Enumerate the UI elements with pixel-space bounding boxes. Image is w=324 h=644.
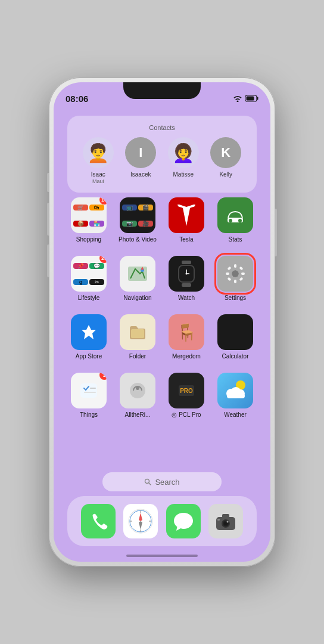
svg-rect-23 <box>239 277 243 281</box>
phone-handset-icon <box>88 511 108 531</box>
app-tesla[interactable]: Tesla <box>165 197 208 251</box>
dock-phone[interactable] <box>81 504 116 538</box>
app-label-weather: Weather <box>224 411 247 418</box>
contact-isaac[interactable]: 🧑‍🦱 Isaac Maui <box>80 137 117 184</box>
search-bar[interactable]: Search <box>102 472 222 491</box>
settings-gear-icon <box>224 262 247 285</box>
pcl-pro-logo-icon: PRO <box>175 379 198 402</box>
app-navigation[interactable]: Navigation <box>116 256 159 309</box>
weather-sun-cloud-icon <box>220 376 250 405</box>
app-calculator[interactable]: Calculator <box>214 314 257 368</box>
volume-down-button <box>47 244 49 277</box>
contact-matisse[interactable]: 👩‍🦱 Matisse <box>165 137 202 178</box>
contact-name-kelly: Kelly <box>219 171 232 178</box>
app-label-folder: Folder <box>129 353 146 360</box>
svg-rect-37 <box>227 394 245 398</box>
battery-icon <box>245 95 258 102</box>
svg-rect-2 <box>257 97 258 100</box>
screen-content: Contacts 🧑‍🦱 Isaac Maui I Isaacek <box>54 82 270 562</box>
app-icon-mergedom: 🪑 <box>169 314 204 350</box>
app-icon-things: 3 <box>71 373 107 408</box>
contacts-widget-label: Contacts <box>77 124 247 131</box>
contact-isaacek[interactable]: I Isaacek <box>122 137 159 178</box>
contact-avatar-matisse: 👩‍🦱 <box>168 137 199 168</box>
app-label-photo-video: Photo & Video <box>119 236 157 243</box>
app-app-store[interactable]: App Store <box>67 314 110 368</box>
app-store-logo-icon <box>78 321 99 343</box>
svg-rect-19 <box>241 273 245 275</box>
mute-button <box>47 173 49 192</box>
app-grid: 🛒 🛍 📦 🏪 13 Shopping 📺 🎬 📷 🎥 <box>67 197 257 426</box>
app-label-mergedom: Mergedom <box>172 353 201 360</box>
dock-icon-camera <box>208 504 243 538</box>
search-icon <box>144 478 151 485</box>
contact-subtitle-isaac: Maui <box>92 178 104 184</box>
things-checklist-icon <box>77 379 101 402</box>
svg-rect-25 <box>131 329 144 338</box>
badge-lifestyle: 21 <box>99 256 107 263</box>
contact-kelly[interactable]: K Kelly <box>207 137 244 178</box>
svg-line-39 <box>149 483 151 485</box>
contact-name-isaacek: Isaacek <box>130 171 151 178</box>
app-shopping[interactable]: 🛒 🛍 📦 🏪 13 Shopping <box>67 197 110 251</box>
app-icon-shopping: 🛒 🛍 📦 🏪 13 <box>71 197 107 233</box>
contacts-widget: Contacts 🧑‍🦱 Isaac Maui I Isaacek <box>67 116 257 193</box>
app-label-lifestyle: Lifestyle <box>78 295 100 301</box>
stats-car-icon <box>225 205 246 226</box>
app-lifestyle[interactable]: 📌 💬 g ✂ 21 Lifestyle <box>67 256 110 309</box>
notch <box>123 82 201 99</box>
app-mergedom[interactable]: 🪑 Mergedom <box>165 314 208 368</box>
svg-point-29 <box>130 383 145 398</box>
power-button <box>275 209 277 256</box>
app-icon-weather <box>217 373 253 408</box>
contact-avatar-kelly: K <box>210 137 241 168</box>
app-label-alltheri: AlltheRi... <box>125 411 151 418</box>
svg-point-53 <box>227 521 229 523</box>
app-stats[interactable]: Stats <box>214 197 257 251</box>
dock <box>67 496 257 546</box>
svg-point-24 <box>232 270 239 277</box>
app-icon-photo-video: 📺 🎬 📷 🎥 <box>120 197 155 233</box>
svg-point-30 <box>136 386 139 390</box>
safari-compass-icon <box>127 508 154 534</box>
svg-text:PRO: PRO <box>180 388 193 394</box>
navigation-map-icon <box>126 262 149 286</box>
alltheri-logo-icon <box>126 379 149 402</box>
svg-rect-22 <box>227 277 231 281</box>
dock-safari[interactable] <box>123 504 158 538</box>
contact-avatar-isaacek: I <box>125 137 156 168</box>
svg-rect-9 <box>182 283 191 287</box>
dock-icon-phone <box>81 504 116 538</box>
svg-rect-8 <box>182 261 191 264</box>
contact-avatar-isaac: 🧑‍🦱 <box>83 137 114 168</box>
dock-messages[interactable] <box>166 504 201 538</box>
svg-rect-26 <box>80 383 97 398</box>
app-label-navigation: Navigation <box>123 295 151 301</box>
app-weather[interactable]: Weather <box>214 373 257 426</box>
svg-rect-20 <box>227 266 231 270</box>
folder-icon <box>126 321 149 343</box>
status-time: 08:06 <box>66 94 88 104</box>
dock-camera[interactable] <box>208 504 243 538</box>
app-alltheri[interactable]: AlltheRi... <box>116 373 159 426</box>
app-watch[interactable]: Watch <box>165 256 208 309</box>
app-icon-navigation <box>120 256 155 292</box>
app-folder[interactable]: Folder <box>116 314 159 368</box>
app-pcl-pro[interactable]: PRO ◎ PCL Pro <box>165 373 208 426</box>
camera-body-icon <box>215 511 236 531</box>
svg-rect-16 <box>234 264 236 268</box>
svg-rect-17 <box>234 280 236 283</box>
app-photo-video[interactable]: 📺 🎬 📷 🎥 Photo & Video <box>116 197 159 251</box>
app-settings[interactable]: Settings <box>214 256 257 309</box>
dock-icon-messages <box>166 504 201 538</box>
app-icon-settings <box>217 256 253 292</box>
app-label-settings: Settings <box>225 295 246 301</box>
tesla-logo-icon <box>177 203 196 227</box>
messages-bubble-icon <box>173 510 194 532</box>
search-placeholder: Search <box>155 478 179 487</box>
app-label-shopping: Shopping <box>76 236 101 243</box>
dock-icon-safari <box>123 504 158 538</box>
app-things[interactable]: 3 Things <box>67 373 110 426</box>
app-label-stats: Stats <box>229 236 242 243</box>
volume-up-button <box>47 203 49 236</box>
